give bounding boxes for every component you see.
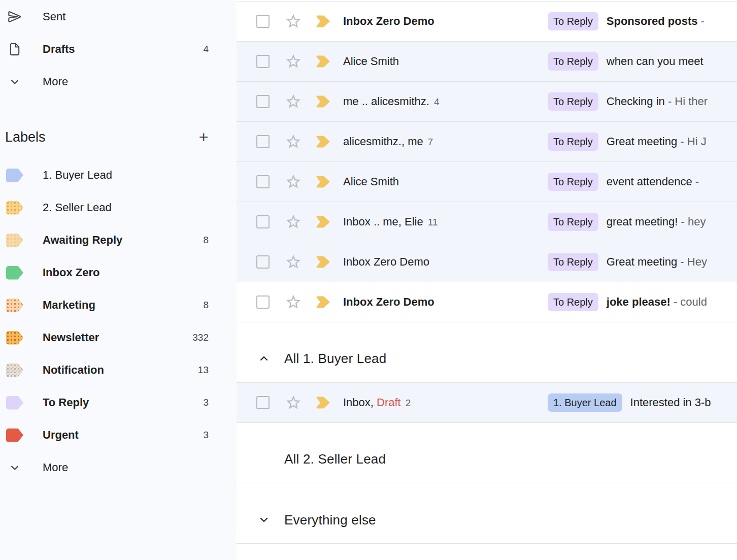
select-checkbox[interactable]	[256, 135, 270, 148]
email-row[interactable]: Inbox .. me, Elie11 To Reply great meeti…	[237, 202, 737, 242]
email-row[interactable]: Alice Smith To Reply event attendence -	[237, 162, 737, 202]
select-checkbox[interactable]	[256, 255, 270, 269]
importance-marker-icon[interactable]	[315, 95, 330, 108]
star-icon[interactable]	[285, 173, 302, 190]
chevron-up-icon[interactable]	[257, 352, 271, 365]
email-row[interactable]: Inbox, Draft2 1. Buyer Lead Interested i…	[237, 383, 737, 423]
sender: alicesmithz., me7	[343, 135, 548, 148]
label-name: 2. Seller Lead	[43, 201, 112, 214]
subject: great meeting!	[607, 215, 678, 228]
label-name: 1. Buyer Lead	[43, 169, 112, 182]
label-chip-to-reply[interactable]: To Reply	[548, 253, 598, 271]
email-row[interactable]: Alice Smith To Reply when can you meet	[237, 42, 737, 82]
importance-marker-icon[interactable]	[315, 176, 330, 188]
chevron-down-icon	[7, 74, 22, 89]
label-name: Awaiting Reply	[43, 234, 122, 247]
star-icon[interactable]	[285, 53, 302, 70]
draft-indicator: Draft	[377, 396, 401, 409]
subject: when can you meet	[607, 55, 704, 68]
snippet: Hey	[687, 255, 707, 269]
importance-marker-icon[interactable]	[315, 136, 330, 148]
subject-area: To Reply when can you meet	[548, 52, 737, 71]
subject: joke please!	[607, 295, 671, 309]
sidebar-item-label: More	[43, 75, 68, 88]
label-chip-to-reply[interactable]: To Reply	[548, 133, 598, 151]
importance-marker-icon[interactable]	[315, 256, 330, 268]
label-name: To Reply	[43, 396, 89, 409]
sidebar-labels-more[interactable]: More	[0, 451, 237, 484]
send-icon	[7, 9, 22, 24]
select-checkbox[interactable]	[256, 295, 270, 309]
select-checkbox[interactable]	[256, 15, 270, 28]
subject: Checking in	[607, 95, 665, 108]
importance-marker-icon[interactable]	[315, 15, 330, 27]
chevron-down-icon[interactable]	[257, 513, 271, 526]
sidebar-label-marketing[interactable]: Marketing 8	[0, 289, 237, 321]
importance-marker-icon[interactable]	[315, 55, 330, 68]
add-label-button[interactable]: +	[195, 129, 212, 145]
label-chip-to-reply[interactable]: To Reply	[548, 213, 598, 231]
importance-marker-icon[interactable]	[315, 296, 330, 308]
section-seller-lead[interactable]: All 2. Seller Lead	[237, 423, 737, 482]
sidebar-label-seller-lead[interactable]: 2. Seller Lead	[0, 191, 237, 224]
star-icon[interactable]	[285, 394, 302, 411]
section-buyer-lead[interactable]: All 1. Buyer Lead	[237, 322, 737, 383]
email-row[interactable]: Inbox Zero Demo To Reply joke please! - …	[237, 282, 737, 322]
sidebar-label-urgent[interactable]: Urgent 3	[0, 419, 237, 451]
email-row[interactable]: me .. alicesmithz.4 To Reply Checking in…	[237, 82, 737, 122]
star-icon[interactable]	[285, 13, 302, 30]
star-icon[interactable]	[285, 293, 302, 311]
sidebar-label-buyer-lead[interactable]: 1. Buyer Lead	[0, 159, 237, 191]
sidebar-item-sent[interactable]: Sent	[0, 1, 237, 33]
to-reply-bundle: Inbox Zero Demo To Reply Sponsored posts…	[237, 1, 737, 322]
label-chip-to-reply[interactable]: To Reply	[548, 293, 598, 311]
sidebar-label-awaiting-reply[interactable]: Awaiting Reply 8	[0, 224, 237, 256]
star-icon[interactable]	[285, 93, 302, 110]
labels-header: Labels +	[0, 121, 237, 153]
star-icon[interactable]	[285, 253, 302, 271]
sidebar-label-newsletter[interactable]: Newsletter 332	[0, 321, 237, 354]
label-chip-to-reply[interactable]: To Reply	[548, 92, 598, 111]
select-checkbox[interactable]	[256, 55, 270, 68]
sender: Inbox, Draft2	[343, 396, 548, 409]
sender: me .. alicesmithz.4	[343, 95, 548, 108]
email-row[interactable]: alicesmithz., me7 To Reply Great meeting…	[237, 122, 737, 162]
select-checkbox[interactable]	[256, 175, 270, 188]
label-name: Notification	[43, 364, 104, 377]
sender: Inbox Zero Demo	[343, 15, 548, 28]
sidebar-label-notification[interactable]: Notification 13	[0, 354, 237, 386]
sidebar-item-drafts[interactable]: Drafts 4	[0, 33, 237, 65]
importance-marker-icon[interactable]	[315, 216, 330, 228]
label-chip-to-reply[interactable]: To Reply	[548, 12, 598, 30]
select-checkbox[interactable]	[256, 95, 270, 108]
snippet: hey	[688, 215, 706, 228]
label-name: Urgent	[43, 429, 79, 442]
section-everything-else[interactable]: Everything else	[237, 482, 737, 544]
subject: Sponsored posts	[607, 15, 698, 28]
label-chip-to-reply[interactable]: To Reply	[548, 173, 598, 191]
email-row[interactable]: Inbox Zero Demo To Reply Sponsored posts…	[237, 2, 737, 42]
sidebar-label-inbox-zero[interactable]: Inbox Zero	[0, 256, 237, 289]
labels-list: 1. Buyer Lead 2. Seller Lead Awaiting Re…	[0, 159, 237, 484]
snippet: Hi J	[687, 135, 707, 148]
sidebar-item-more[interactable]: More	[0, 65, 237, 98]
subject-area: To Reply Checking in - Hi ther	[548, 92, 737, 111]
label-tag-icon	[6, 396, 23, 410]
label-tag-icon	[6, 266, 23, 280]
select-checkbox[interactable]	[256, 396, 270, 409]
chevron-down-icon	[7, 460, 22, 475]
sidebar-label-to-reply[interactable]: To Reply 3	[0, 386, 237, 419]
label-chip-to-reply[interactable]: To Reply	[548, 52, 598, 71]
select-checkbox[interactable]	[256, 215, 270, 228]
email-row[interactable]: Inbox Zero Demo To Reply Great meeting -…	[237, 242, 737, 282]
sender: Inbox Zero Demo	[343, 295, 548, 309]
star-icon[interactable]	[285, 213, 302, 230]
label-count: 3	[203, 430, 209, 441]
section-title: All 2. Seller Lead	[284, 451, 386, 467]
star-icon[interactable]	[285, 133, 302, 150]
subject-area: To Reply joke please! - could	[548, 293, 737, 311]
label-name: Newsletter	[43, 331, 99, 344]
label-chip-buyer-lead[interactable]: 1. Buyer Lead	[548, 393, 622, 412]
importance-marker-icon[interactable]	[315, 397, 330, 409]
draft-icon	[7, 42, 22, 57]
